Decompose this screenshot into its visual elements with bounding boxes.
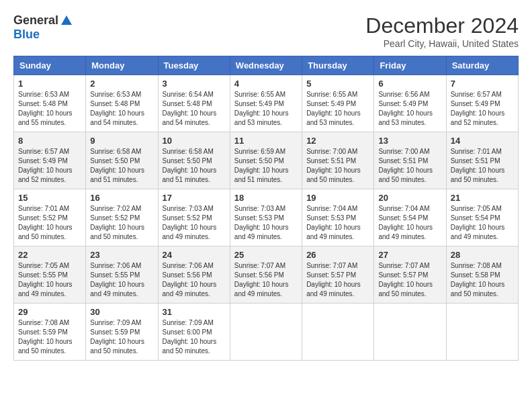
day-number: 12	[306, 136, 369, 146]
calendar-cell: 27Sunrise: 7:07 AM Sunset: 5:57 PM Dayli…	[374, 246, 446, 304]
day-number: 14	[451, 136, 514, 146]
day-number: 15	[18, 193, 81, 203]
calendar-week-row: 8Sunrise: 6:57 AM Sunset: 5:49 PM Daylig…	[14, 132, 519, 189]
calendar-week-row: 15Sunrise: 7:01 AM Sunset: 5:52 PM Dayli…	[14, 189, 519, 246]
calendar-cell: 25Sunrise: 7:07 AM Sunset: 5:56 PM Dayli…	[230, 246, 302, 304]
calendar-cell: 22Sunrise: 7:05 AM Sunset: 5:55 PM Dayli…	[14, 246, 86, 304]
page-header: General Blue December 2024 Pearl City, H…	[13, 13, 519, 49]
calendar-cell: 28Sunrise: 7:08 AM Sunset: 5:58 PM Dayli…	[446, 246, 518, 304]
day-number: 29	[18, 307, 81, 317]
day-info: Sunrise: 7:01 AM Sunset: 5:52 PM Dayligh…	[18, 204, 81, 242]
calendar-cell: 26Sunrise: 7:07 AM Sunset: 5:57 PM Dayli…	[302, 246, 374, 304]
day-number: 22	[18, 250, 81, 260]
day-info: Sunrise: 6:54 AM Sunset: 5:48 PM Dayligh…	[163, 90, 226, 128]
day-info: Sunrise: 6:57 AM Sunset: 5:49 PM Dayligh…	[18, 147, 81, 185]
calendar-cell: 2Sunrise: 6:53 AM Sunset: 5:48 PM Daylig…	[86, 75, 158, 132]
day-info: Sunrise: 6:55 AM Sunset: 5:49 PM Dayligh…	[306, 90, 369, 128]
day-info: Sunrise: 6:59 AM Sunset: 5:50 PM Dayligh…	[234, 147, 298, 185]
calendar-cell: 24Sunrise: 7:06 AM Sunset: 5:56 PM Dayli…	[158, 246, 230, 304]
calendar-cell	[446, 304, 518, 361]
day-number: 24	[163, 250, 226, 260]
calendar-week-row: 1Sunrise: 6:53 AM Sunset: 5:48 PM Daylig…	[14, 75, 519, 132]
day-info: Sunrise: 7:00 AM Sunset: 5:51 PM Dayligh…	[378, 147, 441, 185]
day-info: Sunrise: 7:07 AM Sunset: 5:57 PM Dayligh…	[378, 261, 441, 299]
weekday-header-row: SundayMondayTuesdayWednesdayThursdayFrid…	[14, 56, 519, 75]
calendar-cell: 19Sunrise: 7:04 AM Sunset: 5:53 PM Dayli…	[302, 189, 374, 246]
calendar-cell: 1Sunrise: 6:53 AM Sunset: 5:48 PM Daylig…	[14, 75, 86, 132]
calendar-cell: 6Sunrise: 6:56 AM Sunset: 5:49 PM Daylig…	[374, 75, 446, 132]
calendar-week-row: 29Sunrise: 7:08 AM Sunset: 5:59 PM Dayli…	[14, 304, 519, 361]
day-info: Sunrise: 6:58 AM Sunset: 5:50 PM Dayligh…	[163, 147, 226, 185]
title-area: December 2024 Pearl City, Hawaii, United…	[365, 13, 519, 49]
weekday-header: Friday	[374, 56, 446, 75]
calendar-cell: 4Sunrise: 6:55 AM Sunset: 5:49 PM Daylig…	[230, 75, 302, 132]
day-info: Sunrise: 6:58 AM Sunset: 5:50 PM Dayligh…	[90, 147, 153, 185]
calendar-cell: 21Sunrise: 7:05 AM Sunset: 5:54 PM Dayli…	[446, 189, 518, 246]
calendar-cell: 10Sunrise: 6:58 AM Sunset: 5:50 PM Dayli…	[158, 132, 230, 189]
day-number: 27	[378, 250, 441, 260]
calendar-cell: 18Sunrise: 7:03 AM Sunset: 5:53 PM Dayli…	[230, 189, 302, 246]
calendar-cell: 15Sunrise: 7:01 AM Sunset: 5:52 PM Dayli…	[14, 189, 86, 246]
day-info: Sunrise: 7:08 AM Sunset: 5:58 PM Dayligh…	[451, 261, 514, 299]
calendar-week-row: 22Sunrise: 7:05 AM Sunset: 5:55 PM Dayli…	[14, 246, 519, 304]
day-info: Sunrise: 7:06 AM Sunset: 5:55 PM Dayligh…	[90, 261, 153, 299]
day-info: Sunrise: 6:56 AM Sunset: 5:49 PM Dayligh…	[378, 90, 441, 128]
calendar-cell: 16Sunrise: 7:02 AM Sunset: 5:52 PM Dayli…	[86, 189, 158, 246]
weekday-header: Monday	[86, 56, 158, 75]
day-number: 16	[90, 193, 153, 203]
day-number: 2	[90, 79, 153, 89]
calendar-cell	[302, 304, 374, 361]
day-number: 10	[163, 136, 226, 146]
calendar-cell: 7Sunrise: 6:57 AM Sunset: 5:49 PM Daylig…	[446, 75, 518, 132]
day-number: 30	[90, 307, 153, 317]
day-info: Sunrise: 7:03 AM Sunset: 5:52 PM Dayligh…	[163, 204, 226, 242]
day-number: 17	[163, 193, 226, 203]
calendar-cell: 13Sunrise: 7:00 AM Sunset: 5:51 PM Dayli…	[374, 132, 446, 189]
day-info: Sunrise: 7:06 AM Sunset: 5:56 PM Dayligh…	[163, 261, 226, 299]
calendar-cell: 9Sunrise: 6:58 AM Sunset: 5:50 PM Daylig…	[86, 132, 158, 189]
day-info: Sunrise: 7:04 AM Sunset: 5:54 PM Dayligh…	[378, 204, 441, 242]
weekday-header: Thursday	[302, 56, 374, 75]
day-number: 21	[451, 193, 514, 203]
day-info: Sunrise: 7:02 AM Sunset: 5:52 PM Dayligh…	[90, 204, 153, 242]
day-number: 25	[234, 250, 298, 260]
day-info: Sunrise: 7:07 AM Sunset: 5:56 PM Dayligh…	[234, 261, 298, 299]
day-number: 5	[306, 79, 369, 89]
day-info: Sunrise: 6:53 AM Sunset: 5:48 PM Dayligh…	[90, 90, 153, 128]
calendar-cell: 14Sunrise: 7:01 AM Sunset: 5:51 PM Dayli…	[446, 132, 518, 189]
weekday-header: Saturday	[446, 56, 518, 75]
calendar-cell: 20Sunrise: 7:04 AM Sunset: 5:54 PM Dayli…	[374, 189, 446, 246]
day-number: 6	[378, 79, 441, 89]
day-info: Sunrise: 7:09 AM Sunset: 6:00 PM Dayligh…	[163, 318, 226, 356]
day-number: 3	[163, 79, 226, 89]
svg-marker-0	[61, 15, 72, 25]
day-info: Sunrise: 7:07 AM Sunset: 5:57 PM Dayligh…	[306, 261, 369, 299]
day-number: 7	[451, 79, 514, 89]
day-info: Sunrise: 7:05 AM Sunset: 5:55 PM Dayligh…	[18, 261, 81, 299]
day-number: 26	[306, 250, 369, 260]
day-number: 4	[234, 79, 298, 89]
day-info: Sunrise: 6:57 AM Sunset: 5:49 PM Dayligh…	[451, 90, 514, 128]
day-info: Sunrise: 7:05 AM Sunset: 5:54 PM Dayligh…	[451, 204, 514, 242]
calendar-cell: 30Sunrise: 7:09 AM Sunset: 5:59 PM Dayli…	[86, 304, 158, 361]
logo-icon	[60, 14, 73, 28]
calendar-cell: 3Sunrise: 6:54 AM Sunset: 5:48 PM Daylig…	[158, 75, 230, 132]
day-number: 1	[18, 79, 81, 89]
day-info: Sunrise: 7:03 AM Sunset: 5:53 PM Dayligh…	[234, 204, 298, 242]
calendar-cell: 23Sunrise: 7:06 AM Sunset: 5:55 PM Dayli…	[86, 246, 158, 304]
day-number: 11	[234, 136, 298, 146]
calendar-cell	[230, 304, 302, 361]
day-info: Sunrise: 6:55 AM Sunset: 5:49 PM Dayligh…	[234, 90, 298, 128]
day-number: 31	[163, 307, 226, 317]
calendar-cell: 17Sunrise: 7:03 AM Sunset: 5:52 PM Dayli…	[158, 189, 230, 246]
day-info: Sunrise: 7:04 AM Sunset: 5:53 PM Dayligh…	[306, 204, 369, 242]
calendar-cell	[374, 304, 446, 361]
month-title: December 2024	[365, 13, 519, 38]
logo-general-text: General	[13, 13, 58, 28]
calendar-cell: 11Sunrise: 6:59 AM Sunset: 5:50 PM Dayli…	[230, 132, 302, 189]
calendar-cell: 5Sunrise: 6:55 AM Sunset: 5:49 PM Daylig…	[302, 75, 374, 132]
day-number: 8	[18, 136, 81, 146]
logo: General Blue	[13, 13, 73, 42]
weekday-header: Tuesday	[158, 56, 230, 75]
day-info: Sunrise: 7:08 AM Sunset: 5:59 PM Dayligh…	[18, 318, 81, 356]
